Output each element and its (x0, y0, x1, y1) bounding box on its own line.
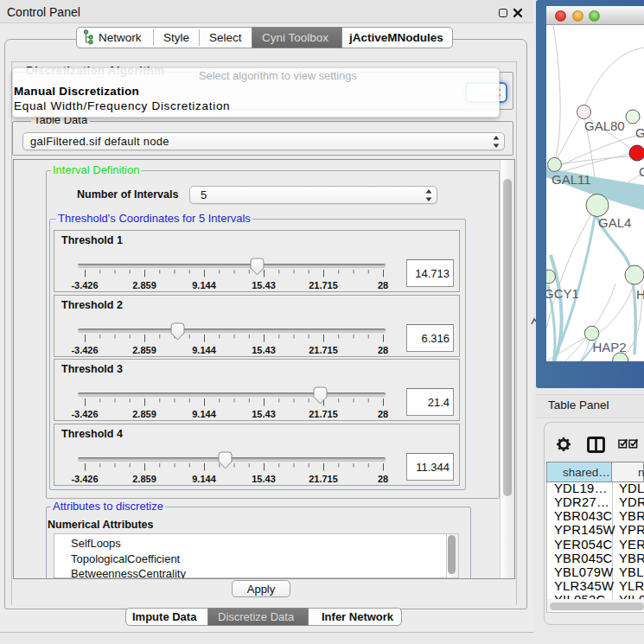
svg-text:GCY1: GCY1 (546, 286, 579, 301)
svg-text:CY: CY (639, 164, 644, 179)
svg-text:GAL80: GAL80 (584, 118, 625, 133)
svg-text:GAL4: GAL4 (598, 215, 631, 230)
svg-text:GA: GA (635, 125, 644, 140)
svg-text:HAP2: HAP2 (593, 340, 627, 354)
svg-text:HA: HA (636, 287, 644, 302)
svg-text:GAL11: GAL11 (552, 172, 591, 187)
